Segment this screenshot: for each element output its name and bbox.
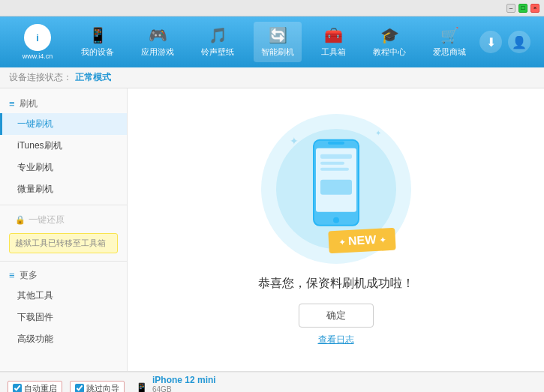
nav-apps-games-label: 应用游戏 bbox=[141, 46, 174, 58]
device-name: iPhone 12 mini bbox=[152, 375, 216, 385]
flash-section-label: 刷机 bbox=[20, 97, 38, 110]
new-badge: NEW bbox=[328, 227, 396, 253]
main-area: ≡ 刷机 一键刷机 iTunes刷机 专业刷机 微量刷机 🔒 一键还原 越狱工具… bbox=[0, 88, 544, 371]
sidebar-item-itunes-flash[interactable]: iTunes刷机 bbox=[0, 135, 127, 157]
logo-icon: i bbox=[24, 24, 51, 51]
nav-smart-flash-label: 智能刷机 bbox=[261, 46, 294, 58]
advanced-label: 高级功能 bbox=[17, 334, 53, 344]
device-info: 📱 iPhone 12 mini 64GB Down-12mini-13.1 bbox=[135, 375, 216, 392]
sidebar-item-micro-flash[interactable]: 微量刷机 bbox=[0, 178, 127, 200]
device-row: 自动重启 跳过向导 📱 iPhone 12 mini 64GB Down-12m… bbox=[0, 372, 544, 392]
auto-restart-checkbox-label[interactable]: 自动重启 bbox=[8, 381, 62, 393]
sidebar-flash-section: ≡ 刷机 bbox=[0, 94, 127, 113]
auto-restart-checkbox[interactable] bbox=[13, 384, 22, 392]
store-icon: 🛒 bbox=[440, 26, 459, 44]
account-btn[interactable]: 👤 bbox=[508, 31, 530, 53]
flash-section-icon: ≡ bbox=[9, 98, 15, 109]
nav-ringtones-label: 铃声壁纸 bbox=[201, 46, 234, 58]
skip-wizard-checkbox-label[interactable]: 跳过向导 bbox=[70, 381, 125, 393]
micro-flash-label: 微量刷机 bbox=[17, 184, 53, 194]
apps-games-icon: 🎮 bbox=[149, 26, 167, 44]
logo-url: www.i4.cn bbox=[23, 52, 53, 60]
toolbox-icon: 🧰 bbox=[324, 26, 343, 44]
one-click-flash-label: 一键刷机 bbox=[17, 118, 53, 129]
sidebar-item-pro-flash[interactable]: 专业刷机 bbox=[0, 157, 127, 178]
nav-toolbox-label: 工具箱 bbox=[321, 46, 346, 58]
titlebar: – □ × bbox=[0, 0, 544, 16]
pro-flash-label: 专业刷机 bbox=[17, 162, 53, 172]
close-btn[interactable]: × bbox=[530, 4, 539, 13]
sidebar: ≡ 刷机 一键刷机 iTunes刷机 专业刷机 微量刷机 🔒 一键还原 越狱工具… bbox=[0, 88, 128, 371]
other-tools-label: 其他工具 bbox=[17, 290, 53, 301]
sparkle-tr-icon: ✦ bbox=[375, 129, 381, 137]
ringtones-icon: 🎵 bbox=[209, 26, 227, 44]
sidebar-warning: 越狱工具已转移至工具箱 bbox=[9, 233, 118, 253]
svg-rect-4 bbox=[320, 154, 352, 158]
content-area: ✦ ✦ NEW 恭喜您，保资料刷机 bbox=[128, 88, 544, 371]
download-firmware-label: 下载固件 bbox=[17, 312, 53, 322]
skip-wizard-checkbox[interactable] bbox=[75, 384, 84, 392]
logo-letter: i bbox=[36, 32, 39, 43]
svg-rect-2 bbox=[328, 141, 344, 144]
nav-my-device-label: 我的设备 bbox=[81, 46, 114, 58]
svg-rect-5 bbox=[320, 161, 344, 164]
more-label: 更多 bbox=[20, 269, 38, 282]
download-btn[interactable]: ⬇ bbox=[479, 31, 502, 53]
bottombar-wrapper: 自动重启 跳过向导 📱 iPhone 12 mini 64GB Down-12m… bbox=[0, 371, 544, 392]
sidebar-more-section: ≡ 更多 bbox=[0, 266, 127, 285]
nav-right: ⬇ 👤 bbox=[479, 31, 536, 53]
minimize-btn[interactable]: – bbox=[506, 4, 515, 13]
smart-flash-icon: 🔄 bbox=[269, 26, 287, 44]
everyday-link[interactable]: 查看日志 bbox=[318, 334, 354, 346]
itunes-flash-label: iTunes刷机 bbox=[17, 140, 62, 151]
sidebar-divider-2 bbox=[0, 261, 127, 262]
sidebar-item-download-firmware[interactable]: 下载固件 bbox=[0, 307, 127, 328]
svg-point-3 bbox=[333, 217, 339, 223]
sidebar-one-click-restore-disabled: 🔒 一键还原 bbox=[0, 210, 127, 230]
nav-items: 📱 我的设备 🎮 应用游戏 🎵 铃声壁纸 🔄 智能刷机 🧰 工具箱 🎓 教程中心… bbox=[68, 16, 479, 67]
nav-apps-games[interactable]: 🎮 应用游戏 bbox=[134, 22, 182, 62]
my-device-icon: 📱 bbox=[89, 26, 107, 44]
nav-store-label: 爱思商城 bbox=[433, 46, 466, 58]
sidebar-item-other-tools[interactable]: 其他工具 bbox=[0, 285, 127, 307]
maximize-btn[interactable]: □ bbox=[518, 4, 527, 13]
more-section-icon: ≡ bbox=[9, 270, 15, 281]
phone-illustration: ✦ ✦ NEW bbox=[269, 114, 404, 264]
nav-smart-flash[interactable]: 🔄 智能刷机 bbox=[254, 22, 302, 62]
nav-my-device[interactable]: 📱 我的设备 bbox=[74, 22, 122, 62]
nav-store[interactable]: 🛒 爱思商城 bbox=[425, 22, 473, 62]
nav-tutorials-label: 教程中心 bbox=[373, 46, 406, 58]
auto-restart-label: 自动重启 bbox=[24, 383, 57, 393]
device-storage: 64GB bbox=[152, 385, 216, 392]
one-click-restore-label: 一键还原 bbox=[29, 214, 65, 226]
success-message: 恭喜您，保资料刷机成功啦！ bbox=[258, 276, 414, 292]
sidebar-item-advanced[interactable]: 高级功能 bbox=[0, 328, 127, 350]
tutorials-icon: 🎓 bbox=[380, 26, 399, 44]
device-details: iPhone 12 mini 64GB Down-12mini-13.1 bbox=[152, 375, 216, 392]
statusbar-label: 设备连接状态： bbox=[9, 71, 72, 84]
device-phone-icon: 📱 bbox=[135, 382, 148, 392]
warning-text: 越狱工具已转移至工具箱 bbox=[15, 238, 106, 247]
statusbar: 设备连接状态： 正常模式 bbox=[0, 67, 544, 88]
nav-ringtones[interactable]: 🎵 铃声壁纸 bbox=[194, 22, 242, 62]
nav-toolbox[interactable]: 🧰 工具箱 bbox=[314, 22, 353, 62]
svg-rect-7 bbox=[320, 179, 352, 194]
logo: i www.i4.cn bbox=[8, 24, 68, 60]
statusbar-value: 正常模式 bbox=[75, 71, 111, 84]
phone-svg bbox=[310, 137, 362, 230]
nav-tutorials[interactable]: 🎓 教程中心 bbox=[365, 22, 413, 62]
skip-wizard-label: 跳过向导 bbox=[86, 383, 119, 393]
sidebar-divider-1 bbox=[0, 205, 127, 205]
new-badge-text: NEW bbox=[348, 233, 377, 248]
svg-rect-6 bbox=[320, 167, 349, 170]
sidebar-item-one-click-flash[interactable]: 一键刷机 bbox=[0, 113, 127, 135]
header: i www.i4.cn 📱 我的设备 🎮 应用游戏 🎵 铃声壁纸 🔄 智能刷机 … bbox=[0, 16, 544, 67]
confirm-button[interactable]: 确定 bbox=[299, 304, 374, 328]
sparkle-tl-icon: ✦ bbox=[290, 135, 299, 147]
lock-icon: 🔒 bbox=[15, 215, 26, 225]
